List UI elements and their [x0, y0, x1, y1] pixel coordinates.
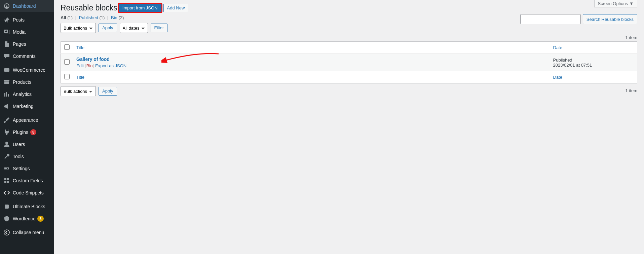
grid-icon [3, 177, 10, 184]
row-action-export[interactable]: Export as JSON [95, 63, 126, 68]
apply-button-bottom[interactable]: Apply [99, 87, 117, 96]
row-actions: Edit|Bin|Export as JSON [76, 63, 546, 68]
th-date[interactable]: Date [553, 45, 562, 50]
date-filter-select[interactable]: All dates [120, 23, 148, 33]
sidebar-item-media[interactable]: Media [0, 26, 54, 38]
sidebar-item-label: Wordfence [13, 216, 35, 221]
import-json-button[interactable]: Import from JSON [119, 4, 161, 12]
row-title-link[interactable]: Gallery of food [76, 57, 110, 62]
sidebar-item-analytics[interactable]: Analytics [0, 88, 54, 100]
sidebar-item-collapse[interactable]: Collapse menu [0, 226, 54, 239]
svg-point-7 [4, 230, 9, 235]
page-title: Reusable blocks [61, 3, 117, 12]
caret-down-icon: ▼ [629, 1, 634, 6]
sidebar-item-appearance[interactable]: Appearance [0, 114, 54, 126]
sidebar-item-wordfence[interactable]: Wordfence3 [0, 213, 54, 225]
item-count-bottom: 1 item [61, 88, 637, 93]
sidebar-item-label: Ultimate Blocks [13, 204, 45, 209]
plug-icon [3, 129, 10, 136]
sidebar-item-marketing[interactable]: Marketing [0, 100, 54, 112]
search-input[interactable] [520, 14, 581, 24]
sidebar-item-products[interactable]: Products [0, 76, 54, 88]
blocks-table: Title Date Gallery of food Edit|Bin|Expo… [61, 41, 637, 83]
sidebar-item-label: Pages [13, 41, 26, 47]
megaphone-icon [3, 103, 10, 110]
sidebar-item-label: Media [13, 29, 26, 35]
row-status: Published [553, 58, 634, 63]
svg-point-1 [5, 142, 8, 144]
sidebar-item-dashboard[interactable]: Dashboard [0, 0, 54, 12]
bulk-actions-select-bottom[interactable]: Bulk actions [61, 86, 96, 96]
filter-published-link[interactable]: Published [79, 15, 98, 20]
sidebar-item-ultimate-blocks[interactable]: Ultimate Blocks [0, 201, 54, 213]
sidebar-item-label: Code Snippets [13, 190, 44, 195]
page-icon [3, 41, 10, 47]
item-count-top: 1 item [61, 35, 637, 40]
users-icon [3, 141, 10, 148]
svg-rect-5 [7, 181, 9, 183]
shield-icon [3, 215, 10, 222]
alert-badge: 3 [37, 216, 43, 222]
sidebar-item-woocommerce[interactable]: WooCommerce [0, 64, 54, 76]
sidebar-item-label: Collapse menu [13, 230, 44, 235]
sidebar-item-tools[interactable]: Tools [0, 150, 54, 162]
sidebar-item-settings[interactable]: Settings [0, 162, 54, 175]
wrench-icon [3, 153, 10, 160]
screen-options-button[interactable]: Screen Options▼ [594, 0, 637, 7]
sidebar-item-pages[interactable]: Pages [0, 38, 54, 50]
sidebar-item-label: Custom Fields [13, 178, 43, 183]
sidebar-item-posts[interactable]: Posts [0, 14, 54, 26]
sidebar-item-label: Products [13, 79, 31, 85]
svg-rect-0 [4, 68, 9, 72]
sidebar-item-label: Users [13, 142, 25, 147]
pin-icon [3, 16, 10, 23]
th-date-footer[interactable]: Date [553, 75, 562, 80]
bulk-actions-select[interactable]: Bulk actions [61, 23, 96, 33]
filter-button[interactable]: Filter [151, 24, 168, 32]
select-all-checkbox-footer[interactable] [64, 74, 70, 79]
woo-icon [3, 67, 10, 73]
comment-icon [3, 53, 10, 60]
admin-sidebar: Dashboard Posts Media Pages Comments Woo… [0, 0, 54, 254]
sidebar-item-label: Settings [13, 166, 30, 171]
th-title-footer[interactable]: Title [76, 75, 84, 80]
search-button[interactable]: Search Reusable blocks [583, 14, 637, 24]
row-checkbox[interactable] [64, 59, 70, 65]
brush-icon [3, 117, 10, 123]
row-date: 2023/02/01 at 07:51 [553, 63, 634, 68]
sidebar-item-label: Plugins [13, 130, 28, 135]
table-row: Gallery of food Edit|Bin|Export as JSON … [61, 54, 637, 71]
apply-button[interactable]: Apply [99, 24, 117, 32]
select-all-checkbox[interactable] [64, 44, 70, 50]
row-action-edit[interactable]: Edit [76, 63, 84, 68]
svg-rect-2 [4, 178, 6, 180]
sidebar-item-label: Appearance [13, 117, 38, 123]
th-title[interactable]: Title [76, 45, 84, 50]
sidebar-item-label: Analytics [13, 92, 32, 97]
chart-icon [3, 91, 10, 98]
sidebar-item-label: WooCommerce [13, 67, 45, 73]
dashboard-icon [3, 3, 10, 9]
svg-rect-3 [7, 178, 9, 180]
sidebar-item-label: Tools [13, 154, 24, 159]
sidebar-item-label: Posts [13, 17, 25, 23]
sidebar-item-label: Marketing [13, 104, 33, 109]
sidebar-item-plugins[interactable]: Plugins5 [0, 126, 54, 138]
sidebar-item-users[interactable]: Users [0, 138, 54, 150]
filter-bin-link[interactable]: Bin [111, 15, 117, 20]
update-badge: 5 [30, 129, 36, 135]
sidebar-item-code-snippets[interactable]: Code Snippets [0, 187, 54, 199]
media-icon [3, 29, 10, 35]
sidebar-item-custom-fields[interactable]: Custom Fields [0, 175, 54, 187]
sidebar-item-label: Dashboard [13, 3, 36, 9]
blocks-icon [3, 203, 10, 210]
archive-icon [3, 79, 10, 85]
sidebar-item-comments[interactable]: Comments [0, 50, 54, 62]
sliders-icon [3, 165, 10, 172]
svg-rect-4 [4, 181, 6, 183]
add-new-button[interactable]: Add New [163, 4, 189, 12]
row-action-bin[interactable]: Bin [86, 63, 93, 68]
code-icon [3, 189, 10, 196]
svg-rect-6 [5, 205, 9, 209]
collapse-icon [3, 229, 10, 236]
